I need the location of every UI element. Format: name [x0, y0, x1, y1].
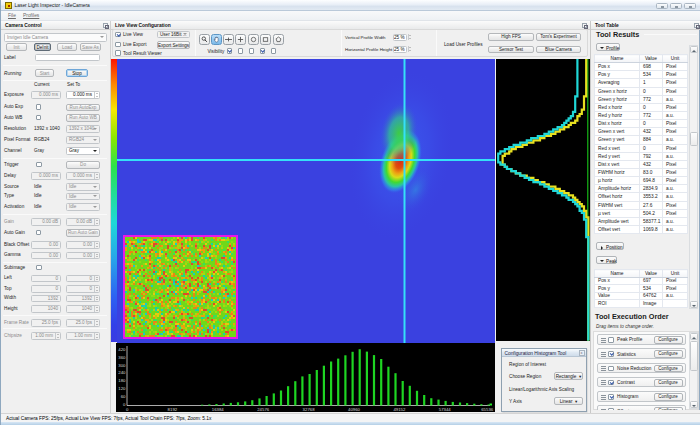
svg-text:240: 240: [118, 370, 126, 375]
svg-text:24576: 24576: [257, 407, 270, 412]
svg-text:40960: 40960: [348, 407, 361, 412]
svg-text:32768: 32768: [303, 407, 316, 412]
svg-text:8192: 8192: [168, 407, 178, 412]
svg-text:420: 420: [118, 347, 126, 352]
svg-text:60: 60: [121, 394, 126, 399]
svg-text:65536: 65536: [481, 407, 494, 412]
svg-text:16384: 16384: [212, 407, 225, 412]
svg-text:360: 360: [118, 355, 126, 360]
svg-text:57344: 57344: [439, 407, 452, 412]
svg-text:120: 120: [118, 386, 126, 391]
svg-text:300: 300: [118, 363, 126, 368]
svg-text:49152: 49152: [393, 407, 406, 412]
svg-text:180: 180: [118, 378, 126, 383]
